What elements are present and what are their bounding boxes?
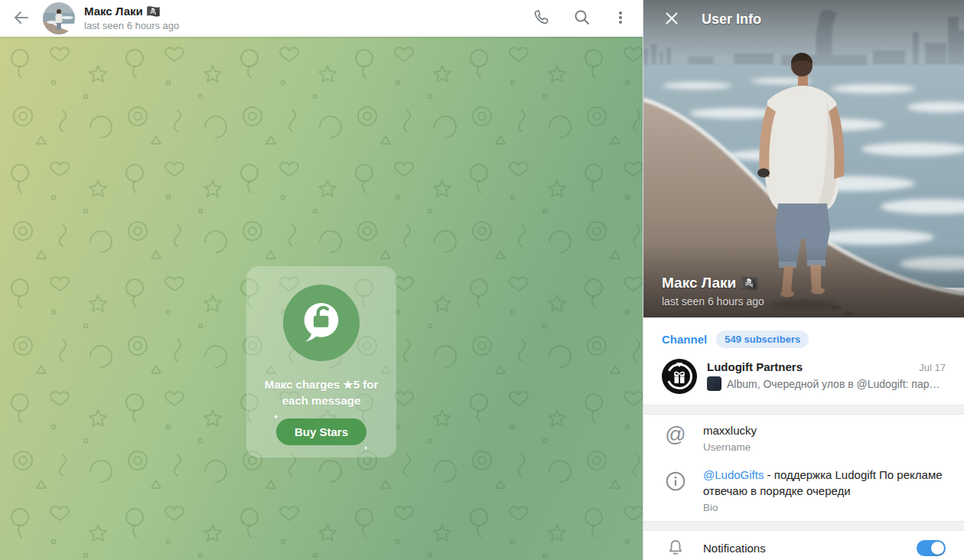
notifications-row[interactable]: Notifications xyxy=(643,531,964,560)
at-sign-icon: @ xyxy=(662,425,689,453)
close-button[interactable] xyxy=(660,7,683,32)
chat-avatar[interactable] xyxy=(43,2,75,34)
notifications-label: Notifications xyxy=(703,540,903,556)
channel-date: Jul 17 xyxy=(919,362,946,373)
bio-link[interactable]: @LudoGifts xyxy=(703,468,764,481)
sparkle-icon: ✦ xyxy=(363,445,368,451)
channel-section-header: Channel 549 subscribers xyxy=(643,317,964,353)
phone-icon xyxy=(532,8,550,29)
profile-status: last seen 6 hours ago xyxy=(662,295,764,308)
back-button[interactable] xyxy=(9,5,34,32)
channel-avatar xyxy=(662,359,697,394)
profile-name: Макс Лаки 🏴‍☠️ xyxy=(662,274,764,293)
channel-item-body: Ludogift Partners Jul 17 Album, Очередно… xyxy=(707,359,946,394)
section-divider xyxy=(643,521,964,531)
search-button[interactable] xyxy=(570,5,594,31)
channel-preview-text: Album, Очередной улов в @Ludogift: парен… xyxy=(727,378,946,390)
call-button[interactable] xyxy=(529,5,553,32)
chat-header: Макс Лаки 🏴‍☠️ last seen 6 hours ago xyxy=(0,0,643,37)
channel-section-label: Channel xyxy=(662,333,707,346)
paywall-message: Макс charges ★5 for each message xyxy=(254,376,389,409)
section-divider xyxy=(643,405,964,415)
bell-icon xyxy=(662,539,689,557)
preview-thumbnail-image xyxy=(707,376,721,391)
chat-title-block: Макс Лаки 🏴‍☠️ last seen 6 hours ago xyxy=(84,5,179,32)
chat-pane: Макс Лаки 🏴‍☠️ last seen 6 hours ago xyxy=(0,0,643,560)
username-value: maxxlucky xyxy=(703,422,946,438)
buy-stars-button[interactable]: Buy Stars xyxy=(276,418,366,445)
beach-photo-illustration xyxy=(643,0,964,317)
username-label: Username xyxy=(703,441,946,453)
chat-header-actions xyxy=(529,5,630,32)
unlock-chat-icon xyxy=(283,285,360,361)
menu-button[interactable] xyxy=(611,6,630,31)
buy-stars-wrap: ✦ Buy Stars ✦ xyxy=(276,418,366,445)
kebab-menu-icon xyxy=(614,9,627,28)
back-arrow-icon xyxy=(12,8,31,29)
profile-photo[interactable]: User Info Макс Лаки 🏴‍☠️ last seen 6 hou… xyxy=(643,0,964,317)
channel-list-item[interactable]: Ludogift Partners Jul 17 Album, Очередно… xyxy=(643,353,964,405)
info-icon xyxy=(662,467,689,513)
user-info-panel: User Info Макс Лаки 🏴‍☠️ last seen 6 hou… xyxy=(643,0,964,560)
bio-row[interactable]: @LudoGifts - поддержка Ludogift По рекла… xyxy=(643,461,964,521)
search-icon xyxy=(573,8,591,28)
paywall-card: Макс charges ★5 for each message ✦ Buy S… xyxy=(246,266,396,457)
channel-name: Ludogift Partners xyxy=(707,360,803,373)
profile-name-block: Макс Лаки 🏴‍☠️ last seen 6 hours ago xyxy=(662,274,764,308)
subscribers-badge: 549 subscribers xyxy=(716,330,809,348)
panel-title: User Info xyxy=(702,11,761,28)
telegram-app: Макс Лаки 🏴‍☠️ last seen 6 hours ago xyxy=(0,0,964,560)
chat-background: Макс charges ★5 for each message ✦ Buy S… xyxy=(0,37,643,560)
chat-title: Макс Лаки 🏴‍☠️ xyxy=(84,5,179,19)
sparkle-icon: ✦ xyxy=(273,413,279,421)
close-icon xyxy=(663,10,680,29)
user-info-titlebar: User Info xyxy=(643,0,964,38)
chat-last-seen: last seen 6 hours ago xyxy=(84,20,179,32)
bio-label: Bio xyxy=(703,502,946,513)
notifications-toggle[interactable] xyxy=(917,540,946,556)
toggle-knob xyxy=(931,542,944,555)
username-row[interactable]: @ maxxlucky Username xyxy=(643,415,964,461)
bio-value: @LudoGifts - поддержка Ludogift По рекла… xyxy=(703,467,946,499)
